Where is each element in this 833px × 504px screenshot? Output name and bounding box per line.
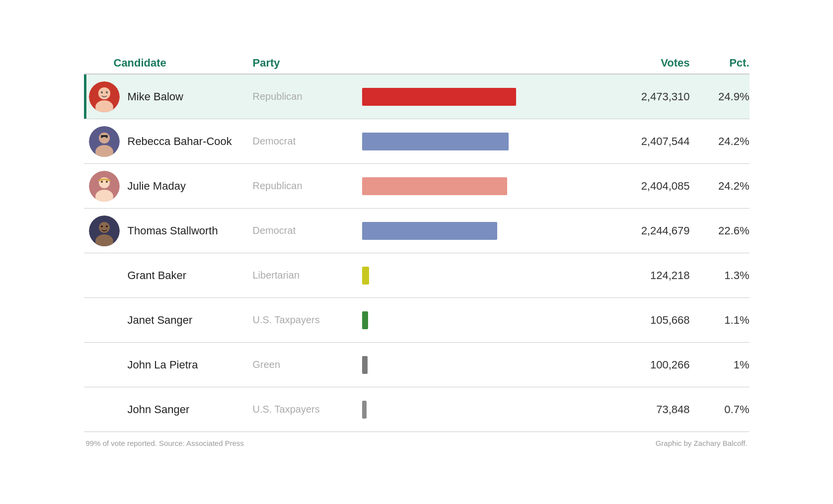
table-footer: 99% of vote reported. Source: Associated… xyxy=(84,439,750,447)
bar-cell xyxy=(362,133,610,150)
pct-cell: 0.7% xyxy=(690,403,750,416)
election-results-table: Candidate Party Votes Pct. Mike BalowRep… xyxy=(84,57,750,447)
vote-bar xyxy=(362,311,368,329)
party-label: U.S. Taxpayers xyxy=(253,314,320,325)
table-row: John La PietraGreen100,2661% xyxy=(84,343,750,387)
vote-bar xyxy=(362,267,369,285)
party-label: Green xyxy=(253,359,281,370)
party-cell: Democrat xyxy=(253,136,362,147)
header-votes: Votes xyxy=(661,57,689,69)
votes-cell: 2,244,679 xyxy=(610,224,690,237)
table-row: John SangerU.S. Taxpayers73,8480.7% xyxy=(84,387,750,432)
candidate-cell: John La Pietra xyxy=(84,345,253,385)
table-row: Julie MadayRepublican2,404,08524.2% xyxy=(84,164,750,209)
bar-cell xyxy=(362,177,610,195)
votes-cell: 73,848 xyxy=(610,403,690,416)
party-cell: Democrat xyxy=(253,225,362,236)
candidate-name: John Sanger xyxy=(128,403,190,416)
vote-bar xyxy=(362,133,509,150)
bar-cell xyxy=(362,311,610,329)
credit-text: Graphic by Zachary Balcoff. xyxy=(656,439,748,447)
table-row: Mike BalowRepublican2,473,31024.9% xyxy=(84,74,750,119)
party-cell: U.S. Taxpayers xyxy=(253,404,362,415)
table-row: Janet SangerU.S. Taxpayers105,6681.1% xyxy=(84,298,750,343)
party-label: Republican xyxy=(253,91,303,102)
svg-point-21 xyxy=(106,225,108,227)
candidate-name: Rebecca Bahar-Cook xyxy=(128,135,232,148)
votes-cell: 105,668 xyxy=(610,314,690,327)
pct-cell: 1.3% xyxy=(690,269,750,282)
leading-indicator xyxy=(84,74,86,119)
header-candidate: Candidate xyxy=(114,57,166,69)
table-row: Grant BakerLibertarian124,2181.3% xyxy=(84,253,750,298)
candidate-cell: John Sanger xyxy=(84,389,253,430)
pct-cell: 22.6% xyxy=(690,224,750,237)
votes-cell: 100,266 xyxy=(610,359,690,371)
party-label: U.S. Taxpayers xyxy=(253,404,320,415)
pct-cell: 24.9% xyxy=(690,90,750,103)
bar-cell xyxy=(362,267,610,285)
candidate-name: Mike Balow xyxy=(128,90,183,103)
avatar xyxy=(89,126,120,157)
bar-cell xyxy=(362,356,610,374)
vote-bar xyxy=(362,88,516,106)
svg-point-15 xyxy=(101,181,103,183)
candidate-name: Grant Baker xyxy=(128,269,187,282)
header-party: Party xyxy=(253,57,280,69)
avatar-placeholder xyxy=(89,394,120,425)
candidate-cell: Thomas Stallworth xyxy=(84,211,253,251)
table-row: Thomas StallworthDemocrat2,244,67922.6% xyxy=(84,209,750,253)
candidate-name: John La Pietra xyxy=(128,359,198,371)
header-pct: Pct. xyxy=(729,57,749,69)
pct-cell: 24.2% xyxy=(690,180,750,193)
table-body: Mike BalowRepublican2,473,31024.9% Rebec… xyxy=(84,74,750,432)
svg-point-4 xyxy=(101,91,103,93)
party-cell: Republican xyxy=(253,180,362,192)
votes-cell: 124,218 xyxy=(610,269,690,282)
bar-cell xyxy=(362,401,610,419)
party-cell: Green xyxy=(253,359,362,370)
bar-cell xyxy=(362,88,610,106)
pct-cell: 1% xyxy=(690,359,750,371)
party-label: Republican xyxy=(253,180,303,191)
candidate-cell: Julie Maday xyxy=(84,166,253,207)
source-text: 99% of vote reported. Source: Associated… xyxy=(86,439,244,447)
vote-bar xyxy=(362,177,507,195)
pct-cell: 1.1% xyxy=(690,314,750,327)
candidate-cell: Mike Balow xyxy=(84,76,253,117)
vote-bar xyxy=(362,222,497,240)
vote-bar xyxy=(362,401,367,419)
votes-cell: 2,407,544 xyxy=(610,135,690,148)
party-cell: U.S. Taxpayers xyxy=(253,314,362,326)
svg-rect-11 xyxy=(101,135,108,137)
avatar xyxy=(89,216,120,246)
party-cell: Libertarian xyxy=(253,270,362,281)
party-label: Libertarian xyxy=(253,270,300,281)
vote-bar xyxy=(362,356,368,374)
pct-cell: 24.2% xyxy=(690,135,750,148)
svg-point-20 xyxy=(101,225,103,227)
candidate-name: Thomas Stallworth xyxy=(128,224,218,237)
bar-cell xyxy=(362,222,610,240)
avatar-placeholder xyxy=(89,350,120,380)
avatar-placeholder xyxy=(89,305,120,336)
candidate-name: Janet Sanger xyxy=(128,314,193,327)
avatar-placeholder xyxy=(89,260,120,291)
table-header: Candidate Party Votes Pct. xyxy=(84,57,750,74)
candidate-cell: Grant Baker xyxy=(84,255,253,296)
party-cell: Republican xyxy=(253,91,362,102)
svg-point-7 xyxy=(99,133,110,144)
svg-point-16 xyxy=(106,181,108,183)
party-label: Democrat xyxy=(253,136,296,146)
candidate-cell: Rebecca Bahar-Cook xyxy=(84,121,253,162)
candidate-cell: Janet Sanger xyxy=(84,300,253,341)
candidate-name: Julie Maday xyxy=(128,180,186,193)
avatar xyxy=(89,171,120,202)
svg-point-5 xyxy=(106,91,108,93)
table-row: Rebecca Bahar-CookDemocrat2,407,54424.2% xyxy=(84,119,750,164)
svg-point-3 xyxy=(98,87,110,99)
party-label: Democrat xyxy=(253,225,296,236)
votes-cell: 2,473,310 xyxy=(610,90,690,103)
avatar xyxy=(89,81,120,112)
votes-cell: 2,404,085 xyxy=(610,180,690,193)
